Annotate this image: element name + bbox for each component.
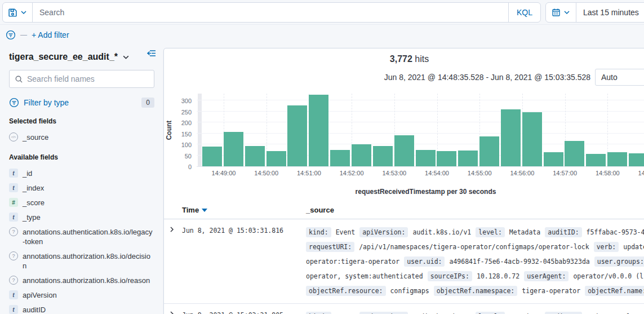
- field-type-string-icon: t: [9, 183, 18, 192]
- field-key-pill: verb:: [594, 242, 619, 252]
- field-value: audit.k8s.io/v1: [412, 228, 471, 236]
- field-key-pill: objectRef.namespace:: [434, 286, 517, 296]
- saved-query-menu-button[interactable]: [3, 3, 32, 22]
- field-type-unknown-icon: ?: [9, 227, 18, 236]
- chevron-down-icon: [122, 54, 130, 61]
- y-axis-title: Count: [165, 121, 173, 140]
- histogram-bar: [522, 112, 542, 166]
- field-value: update: [623, 243, 644, 251]
- histogram-bar: [437, 151, 456, 166]
- field-item-annotations.authentication.k8s.io/legacy-token[interactable]: ?annotations.authentication.k8s.io/legac…: [9, 224, 154, 249]
- y-axis-tick-label: 100: [181, 141, 192, 148]
- search-icon: [15, 75, 23, 83]
- search-input[interactable]: [33, 3, 508, 22]
- field-key-pill: auditID:: [545, 312, 581, 314]
- histogram-bar: [586, 154, 606, 166]
- histogram-bar: [629, 153, 644, 166]
- histogram-bar: [607, 152, 627, 166]
- field-type-unknown-icon: ?: [9, 251, 18, 260]
- field-value: operator:tigera-operator: [306, 258, 399, 266]
- doc-source-cell: kind:EventapiVersion:audit.k8s.io/v1leve…: [306, 309, 644, 314]
- doc-source-line: operator, system:authenticatedsourceIPs:…: [306, 269, 644, 284]
- field-item-annotations.authorization.k8s.io/reason[interactable]: ?annotations.authorization.k8s.io/reason: [9, 273, 154, 288]
- field-key-pill: sourceIPs:: [428, 271, 472, 281]
- interval-select[interactable]: Auto: [595, 69, 644, 86]
- field-label: _type: [23, 212, 41, 222]
- y-axis-tick-label: 300: [181, 98, 192, 104]
- histogram-bar: [309, 95, 328, 166]
- expand-row-icon[interactable]: [168, 225, 182, 233]
- x-axis-tick-label: 14:53:00: [382, 170, 406, 176]
- field-key-pill: user.groups:: [594, 256, 644, 267]
- field-item-_source[interactable]: </>_source: [9, 130, 154, 144]
- hits-summary: 3,772 hits: [164, 48, 644, 64]
- x-axis-tick-label: 14:56:00: [510, 170, 534, 176]
- fields-sidebar: tigera_secure_ee_audit_* Filter by type …: [0, 45, 163, 314]
- histogram-chart: Count 050100150200250300: [164, 94, 644, 167]
- kql-language-button[interactable]: KQL: [508, 3, 540, 22]
- time-range-display[interactable]: Last 15 minutes: [576, 8, 644, 17]
- field-item-annotations.authorization.k8s.io/decision[interactable]: ?annotations.authorization.k8s.io/decisi…: [9, 249, 154, 273]
- field-search-input[interactable]: [27, 74, 149, 83]
- histogram-plot-area[interactable]: [197, 94, 644, 167]
- x-axis-title: requestReceivedTimestamp per 30 seconds: [197, 188, 644, 196]
- field-item-_id[interactable]: t_id: [9, 166, 154, 180]
- filter-options-icon[interactable]: [6, 30, 16, 40]
- field-key-pill: userAgent:: [524, 271, 569, 281]
- doc-source-line: kind:EventapiVersion:audit.k8s.io/v1leve…: [306, 309, 644, 314]
- field-item-auditID[interactable]: tauditID: [9, 302, 154, 314]
- field-type-string-icon: t: [9, 305, 18, 314]
- field-type-source-icon: </>: [9, 132, 18, 141]
- histogram-bar: [565, 141, 584, 166]
- chevron-down-icon: [20, 9, 27, 16]
- table-row: Jun 8, 2021 @ 15:03:31.816kind:EventapiV…: [164, 219, 644, 304]
- x-axis-tick-label: 14:58:00: [596, 170, 620, 176]
- field-label: _id: [23, 168, 32, 178]
- y-axis-tick-label: 150: [181, 131, 192, 138]
- field-item-_type[interactable]: t_type: [9, 210, 154, 224]
- filter-by-type-label: Filter by type: [24, 98, 69, 107]
- histogram-bar: [267, 151, 286, 166]
- doc-source-line: objectRef.resource:configmapsobjectRef.n…: [306, 284, 644, 298]
- doc-source-line: operator:tigera-operatoruser.uid:a496841…: [306, 254, 644, 269]
- field-value: configmaps: [390, 287, 429, 295]
- field-label: annotations.authentication.k8s.io/legacy…: [23, 227, 154, 246]
- field-key-pill: kind:: [306, 312, 331, 314]
- hits-count: 3,772: [390, 54, 412, 64]
- column-header-source[interactable]: _source: [306, 206, 334, 214]
- x-axis-labels: 14:49:0014:50:0014:51:0014:52:0014:53:00…: [197, 170, 644, 180]
- field-item-apiVersion[interactable]: tapiVersion: [9, 288, 154, 302]
- add-filter-button[interactable]: + Add filter: [32, 30, 69, 39]
- histogram-bar: [224, 132, 243, 166]
- date-picker-quick-menu-button[interactable]: [546, 3, 576, 22]
- histogram-bar: [479, 136, 499, 166]
- field-key-pill: objectRef.resource:: [306, 286, 386, 296]
- filter-by-type-button[interactable]: Filter by type 0: [9, 94, 154, 112]
- doc-source-line: requestURI:/api/v1/namespaces/tigera-ope…: [306, 240, 644, 254]
- field-value: 10.128.0.72: [477, 272, 519, 280]
- field-value: operator, system:authenticated: [306, 272, 423, 280]
- x-axis-tick-label: 14:50:00: [254, 170, 278, 176]
- field-item-_index[interactable]: t_index: [9, 180, 154, 195]
- x-axis-tick-label: 14:52:00: [340, 170, 364, 176]
- histogram-bar: [501, 109, 521, 166]
- filter-bar-dash: —: [20, 31, 27, 39]
- column-header-time[interactable]: Time: [182, 206, 306, 214]
- collapse-sidebar-button[interactable]: [146, 49, 156, 58]
- field-key-pill: auditID:: [545, 227, 581, 237]
- expand-row-icon[interactable]: [168, 309, 182, 314]
- field-type-string-icon: t: [9, 290, 18, 299]
- chart-time-range: Jun 8, 2021 @ 14:48:35.528 - Jun 8, 2021…: [384, 73, 590, 82]
- h-gridline: [197, 122, 644, 122]
- histogram-bar: [416, 150, 436, 166]
- field-type-unknown-icon: ?: [9, 276, 18, 285]
- index-pattern-selector[interactable]: tigera_secure_ee_audit_*: [9, 52, 154, 62]
- doc-source-line: kind:EventapiVersion:audit.k8s.io/v1leve…: [306, 225, 644, 240]
- x-axis-tick-label: 14:54:00: [425, 170, 449, 176]
- field-key-pill: level:: [476, 312, 505, 314]
- x-axis-tick-label: 14:51:00: [297, 170, 321, 176]
- field-item-_score[interactable]: #_score: [9, 195, 154, 210]
- field-label: apiVersion: [23, 290, 57, 300]
- hits-label: hits: [415, 54, 429, 64]
- discover-main-panel: 3,772 hits Jun 8, 2021 @ 14:48:35.528 - …: [163, 48, 644, 314]
